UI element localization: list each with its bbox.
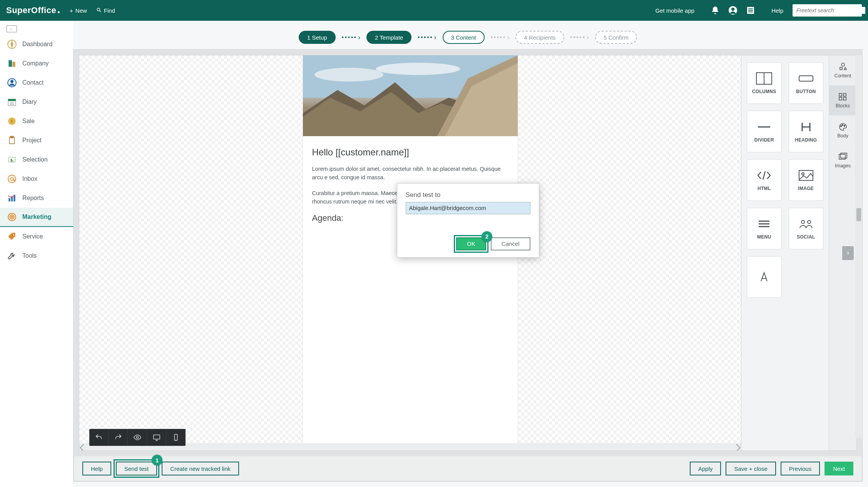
plus-icon: + xyxy=(70,7,73,14)
help-button[interactable]: Help xyxy=(82,462,111,475)
nav-sale[interactable]: € Sale xyxy=(0,112,73,131)
nav-reports[interactable]: Reports xyxy=(0,188,73,208)
wizard-step-content[interactable]: 3 Content xyxy=(443,31,485,44)
send-test-dialog: Send test to OK 2 Cancel xyxy=(397,183,539,258)
dialog-ok-button[interactable]: OK xyxy=(456,237,486,250)
svg-rect-7 xyxy=(748,12,753,12)
find-button[interactable]: Find xyxy=(96,7,115,14)
send-test-button[interactable]: Send test xyxy=(116,462,157,475)
nav-label: Company xyxy=(22,60,49,67)
magnifier-icon xyxy=(96,7,102,14)
svg-rect-69 xyxy=(843,97,846,100)
menu-panel-icon[interactable] xyxy=(746,6,755,15)
mobile-view-button[interactable] xyxy=(166,429,186,446)
tag-icon xyxy=(7,232,17,242)
nav-selection[interactable]: 1. Selection xyxy=(0,150,73,169)
email-paragraph: Lorem ipsum dolor sit amet, consectetur … xyxy=(312,165,508,182)
block-menu[interactable]: MENU xyxy=(747,208,782,249)
target-icon xyxy=(7,212,17,222)
content-icon xyxy=(838,62,848,71)
bell-icon[interactable] xyxy=(711,6,720,15)
wizard-steps: 1 Setup •••••› 2 Template •••••› 3 Conte… xyxy=(73,28,863,49)
block-html[interactable]: HTML xyxy=(747,159,782,201)
nav-label: Service xyxy=(22,233,43,240)
app-logo: SuperOffice. xyxy=(6,5,60,15)
nav-contact[interactable]: Contact xyxy=(0,73,73,92)
tab-body[interactable]: Body xyxy=(829,115,856,145)
desktop-view-button[interactable] xyxy=(147,429,166,446)
svg-rect-42 xyxy=(153,435,160,439)
coin-icon: € xyxy=(7,116,17,126)
hero-image[interactable] xyxy=(303,55,518,136)
nav-diary[interactable]: 21 Diary xyxy=(0,92,73,112)
nav-dashboard[interactable]: Dashboard xyxy=(0,35,73,54)
svg-point-71 xyxy=(842,125,843,126)
palette-icon xyxy=(838,122,848,131)
freetext-search[interactable] xyxy=(793,4,862,17)
tab-blocks[interactable]: Blocks xyxy=(829,85,856,115)
send-test-email-input[interactable] xyxy=(406,202,530,214)
svg-rect-27 xyxy=(8,198,10,202)
building-icon xyxy=(7,58,17,68)
next-button[interactable]: Next xyxy=(825,462,853,475)
svg-point-61 xyxy=(808,220,811,223)
block-image[interactable]: IMAGE xyxy=(789,159,824,201)
apply-button[interactable]: Apply xyxy=(690,462,721,475)
people-icon xyxy=(798,217,814,230)
vertical-scrollbar[interactable] xyxy=(855,55,862,438)
nav-tools[interactable]: Tools xyxy=(0,246,73,265)
nav-project[interactable]: Project xyxy=(0,131,73,150)
previous-button[interactable]: Previous xyxy=(781,462,820,475)
new-button[interactable]: + New xyxy=(70,7,87,14)
nav-service[interactable]: Service xyxy=(0,227,73,246)
user-icon[interactable] xyxy=(728,6,738,15)
blocks-panel: › COLUMNS BUTTON DIVIDER xyxy=(741,55,857,451)
create-tracked-link-button[interactable]: Create new tracked link xyxy=(162,462,239,475)
undo-button[interactable] xyxy=(89,429,109,446)
block-button[interactable]: BUTTON xyxy=(789,62,824,104)
block-text[interactable] xyxy=(747,256,782,298)
nav-label: Diary xyxy=(22,98,37,105)
callout-badge-1: 1 xyxy=(152,455,162,465)
svg-point-70 xyxy=(840,126,841,127)
tab-images[interactable]: Images xyxy=(829,145,856,175)
wrench-icon xyxy=(7,251,17,261)
block-columns[interactable]: COLUMNS xyxy=(747,62,782,104)
nav-inbox[interactable]: Inbox xyxy=(0,169,73,188)
nav-marketing[interactable]: Marketing xyxy=(0,208,73,227)
svg-point-26 xyxy=(10,177,13,180)
nav-label: Project xyxy=(22,137,42,144)
wizard-step-confirm[interactable]: 5 Confirm xyxy=(595,31,637,44)
images-icon xyxy=(838,152,848,161)
svg-rect-29 xyxy=(13,195,15,201)
person-icon xyxy=(7,78,17,88)
svg-point-72 xyxy=(844,125,845,127)
block-divider[interactable]: DIVIDER xyxy=(747,111,782,152)
tab-content[interactable]: Content xyxy=(829,55,856,85)
dialog-cancel-button[interactable]: Cancel xyxy=(491,237,530,250)
arrow-left-icon: ← xyxy=(9,26,14,32)
block-heading[interactable]: HEADING xyxy=(789,111,824,152)
code-icon xyxy=(756,169,773,182)
freetext-search-input[interactable] xyxy=(796,7,865,14)
wizard-step-setup[interactable]: 1 Setup xyxy=(299,31,336,44)
expand-panel-button[interactable]: › xyxy=(842,246,854,260)
wizard-step-template[interactable]: 2 Template xyxy=(366,31,411,44)
svg-rect-67 xyxy=(843,93,846,96)
preview-button[interactable] xyxy=(128,429,147,446)
main-area: 1 Setup •••••› 2 Template •••••› 3 Conte… xyxy=(73,21,868,487)
svg-rect-13 xyxy=(12,62,15,67)
get-mobile-app-link[interactable]: Get mobile app xyxy=(655,7,694,14)
redo-button[interactable] xyxy=(109,429,128,446)
columns-icon xyxy=(756,72,773,85)
help-link[interactable]: Help xyxy=(771,7,783,14)
save-close-button[interactable]: Save + close xyxy=(726,462,776,475)
nav-label: Tools xyxy=(22,252,37,259)
editor-toolbar xyxy=(89,429,186,446)
collapse-nav-button[interactable]: ← xyxy=(6,25,17,32)
svg-point-60 xyxy=(801,220,804,223)
svg-point-15 xyxy=(11,80,13,83)
wizard-step-recipients[interactable]: 4 Recipients xyxy=(515,31,564,44)
nav-company[interactable]: Company xyxy=(0,54,73,73)
block-social[interactable]: SOCIAL xyxy=(789,208,824,249)
